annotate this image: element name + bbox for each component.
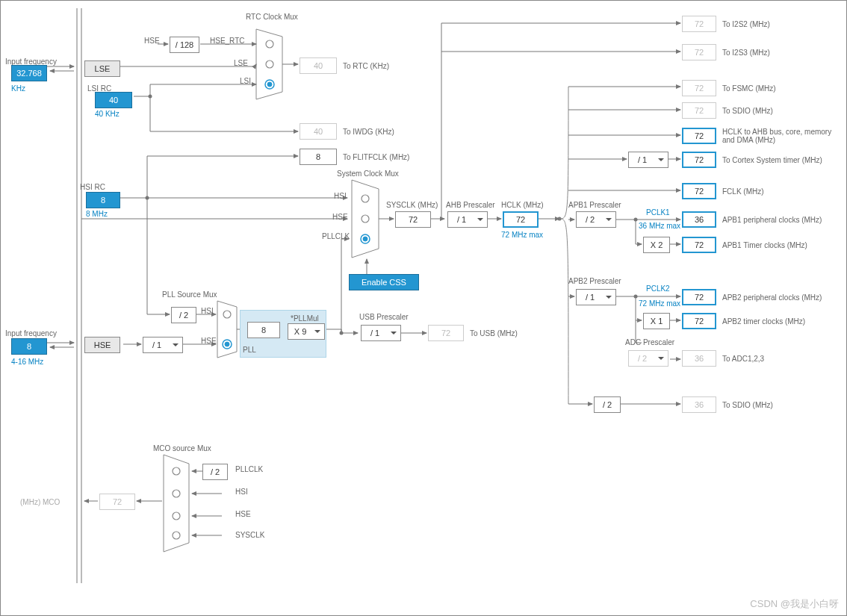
mco-val: 72 [99, 494, 135, 510]
i2s2-label: To I2S2 (MHz) [722, 20, 770, 28]
svg-point-7 [266, 60, 273, 68]
usb-title: USB Prescaler [359, 313, 409, 321]
enable-css-button[interactable]: Enable CSS [349, 274, 419, 290]
ahb-div-select[interactable]: / 1 [447, 211, 488, 228]
systick-div-select[interactable]: / 1 [628, 152, 668, 168]
svg-point-82 [173, 467, 180, 475]
pll-hsi: HSI [201, 307, 214, 315]
pclk1-label: PCLK1 [646, 208, 670, 217]
usb-div-select[interactable]: / 1 [361, 325, 401, 341]
hsi-val: 8 [86, 192, 120, 208]
svg-point-6 [266, 40, 273, 48]
flitf-val: 8 [300, 149, 337, 165]
lsi-val: 40 [95, 92, 132, 108]
adc-title: ADC Prescaler [625, 338, 674, 346]
hclk-val[interactable]: 72 [503, 211, 539, 228]
adc-div-select[interactable]: / 2 [628, 350, 668, 367]
pllmul-select[interactable]: X 9 [288, 323, 325, 340]
rtc-lsi-sig: LSI [240, 77, 251, 85]
svg-point-9 [267, 82, 272, 87]
fclk-val: 72 [682, 183, 716, 199]
rtc-out-val: 40 [300, 57, 337, 74]
apb1-div-select[interactable]: / 2 [576, 211, 616, 228]
hclk-max: 72 MHz max [501, 231, 543, 239]
fsmc-label: To FSMC (MHz) [722, 84, 776, 93]
apb1-title: APB1 Prescaler [568, 201, 621, 209]
hse-block: HSE [84, 337, 120, 353]
sdio-val: 72 [682, 102, 716, 119]
sysclk-out-label: SYSCLK (MHz) [386, 201, 438, 209]
svg-point-28 [362, 195, 369, 202]
pclk1-max: 36 MHz max [639, 222, 680, 230]
svg-point-85 [173, 532, 180, 539]
svg-point-31 [363, 237, 367, 241]
lse-block: LSE [84, 60, 120, 77]
hsi-unit: 8 MHz [86, 210, 108, 218]
pll-in-val: 8 [247, 322, 280, 338]
pll-div2: / 2 [171, 307, 196, 323]
sdio2-label: To SDIO (MHz) [722, 401, 773, 409]
mco-sysclk: SYSCLK [235, 531, 264, 539]
fsmc-val: 72 [682, 80, 716, 96]
iwdg-label: To IWDG (KHz) [343, 128, 394, 136]
rtc-lse-sig: LSE [234, 59, 248, 67]
sysclk-mux-title: System Clock Mux [337, 169, 399, 178]
svg-point-44 [225, 342, 229, 346]
hclk-out-val: 72 [682, 128, 716, 144]
ahb-title: AHB Prescaler [446, 201, 495, 209]
lse-freq-input[interactable]: 32.768 [11, 65, 47, 81]
pll-hse: HSE [201, 337, 217, 345]
apb2p-label: APB2 peripheral clocks (MHz) [722, 293, 822, 302]
sdio2-val: 36 [682, 396, 716, 413]
rtc-out-label: To RTC (KHz) [343, 62, 389, 70]
sysclk-val[interactable]: 72 [395, 211, 431, 228]
fclk-label: FCLK (MHz) [722, 187, 764, 196]
watermark: CSDN @我是小白呀 [750, 597, 839, 611]
mco-label: (MHz) MCO [20, 498, 60, 506]
i2s2-val: 72 [682, 16, 716, 32]
pclk2-label: PCLK2 [646, 284, 670, 293]
apb2t-label: APB2 timer clocks (MHz) [722, 317, 805, 326]
apb2-div-select[interactable]: / 1 [576, 289, 616, 305]
adc-val: 36 [682, 350, 716, 367]
i2s3-val: 72 [682, 44, 716, 60]
apb1p-val: 36 [682, 211, 716, 228]
hse-freq-input[interactable]: 8 [11, 338, 47, 355]
iwdg-val: 40 [300, 123, 337, 140]
apb1t-val: 72 [682, 237, 716, 253]
sdio-label: To SDIO (MHz) [722, 107, 773, 115]
apb1p-label: APB1 peripheral clocks (MHz) [722, 216, 822, 224]
sysclk-hsi: HSI [334, 192, 347, 200]
pll-mux-title: PLL Source Mux [162, 290, 217, 299]
apb2p-val: 72 [682, 289, 716, 305]
hse-range: 4-16 MHz [11, 358, 43, 366]
usb-val: 72 [428, 325, 464, 341]
apb2-mult: X 1 [643, 313, 670, 329]
svg-point-84 [173, 512, 180, 520]
pclk2-max: 72 MHz max [639, 299, 680, 308]
systick-label: To Cortex System timer (MHz) [722, 156, 822, 164]
rtc-hse-div: / 128 [170, 37, 199, 53]
mco-div2: / 2 [202, 464, 228, 480]
hclk-out-label: HCLK to AHB bus, core, memory and DMA (M… [722, 128, 834, 144]
apb2t-val: 72 [682, 313, 716, 329]
usb-label: To USB (MHz) [470, 329, 518, 337]
hclk-label: HCLK (MHz) [501, 201, 544, 209]
pll-hse-div-select[interactable]: / 1 [143, 337, 183, 353]
systick-val: 72 [682, 152, 716, 168]
rtc-mux-title: RTC Clock Mux [246, 13, 298, 21]
lsi-unit: 40 KHz [95, 110, 120, 118]
svg-point-42 [223, 311, 231, 318]
sysclk-hse: HSE [332, 213, 348, 221]
i2s3-label: To I2S3 (MHz) [722, 49, 770, 57]
lse-unit: KHz [11, 84, 25, 93]
pll-label: PLL [243, 346, 256, 354]
hsi-label: HSI RC [80, 183, 105, 191]
svg-point-83 [173, 490, 180, 497]
apb2-title: APB2 Prescaler [568, 277, 621, 285]
mco-hse: HSE [235, 510, 251, 518]
rtc-hse-in: HSE [144, 37, 160, 45]
sysclk-pllclk: PLLCLK [322, 232, 350, 240]
adc-label: To ADC1,2,3 [722, 355, 764, 363]
mco-pllclk: PLLCLK [235, 465, 263, 473]
